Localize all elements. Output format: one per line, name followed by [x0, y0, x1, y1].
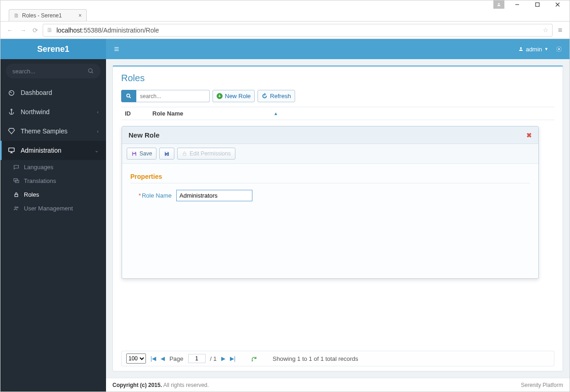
button-label: Save	[140, 150, 152, 157]
svg-line-25	[129, 97, 131, 98]
forward-button[interactable]: →	[18, 27, 28, 34]
page-size-select[interactable]: 100	[126, 353, 146, 364]
edit-permissions-button: Edit Permissions	[177, 148, 235, 160]
sidebar-menu: Dashboard Northwind ‹ Theme Samples ‹	[0, 83, 106, 160]
maximize-icon	[535, 2, 540, 7]
grid-header: ID Role Name ▲	[121, 107, 554, 120]
svg-rect-26	[133, 152, 135, 153]
tab-title: Roles - Serene1	[22, 12, 62, 19]
new-role-button[interactable]: + New Role	[212, 90, 255, 102]
submenu-item-translations[interactable]: Translations	[0, 174, 106, 188]
search-icon[interactable]	[88, 68, 94, 74]
browser-menu-button[interactable]: ≡	[555, 26, 565, 34]
pager-last-button[interactable]: ▶|	[230, 355, 235, 362]
submenu-label: Languages	[24, 164, 53, 171]
bookmark-icon[interactable]: ☆	[543, 27, 548, 33]
new-role-dialog: New Role ✖ Save	[122, 126, 539, 279]
grid-search-button[interactable]	[121, 90, 136, 102]
back-button[interactable]: ←	[5, 27, 15, 34]
minimize-button[interactable]	[507, 0, 527, 9]
column-role-name[interactable]: Role Name ▲	[149, 107, 282, 120]
pager-prev-button[interactable]: ◀	[161, 355, 165, 362]
pager-page-input[interactable]	[188, 354, 206, 363]
topbar: admin ▼	[106, 39, 570, 59]
maximize-button[interactable]	[527, 0, 548, 9]
dialog-toolbar: Save Edit Permissi	[122, 144, 538, 164]
comments-icon	[13, 178, 19, 184]
svg-rect-16	[15, 194, 18, 196]
sidebar-submenu: Languages Translations Roles User Manage…	[0, 160, 106, 215]
sidebar-search-input[interactable]	[12, 68, 78, 75]
refresh-icon	[262, 93, 268, 99]
chevron-left-icon: ‹	[97, 128, 99, 134]
button-label: Refresh	[270, 93, 291, 99]
dialog-close-button[interactable]: ✖	[526, 132, 532, 139]
close-window-button[interactable]	[548, 0, 568, 9]
svg-point-0	[498, 3, 499, 5]
caret-down-icon: ▼	[544, 47, 548, 51]
svg-rect-11	[9, 148, 14, 152]
sidebar-item-themes[interactable]: Theme Samples ‹	[0, 121, 106, 141]
sidebar-item-label: Theme Samples	[21, 127, 67, 135]
user-icon	[518, 46, 524, 52]
sidebar-item-label: Northwind	[21, 108, 50, 116]
copyright: Copyright (c) 2015. All rights reserved.	[112, 382, 209, 388]
button-label: Edit Permissions	[190, 150, 230, 157]
dialog-header: New Role ✖	[122, 127, 538, 144]
panel-title: Roles	[121, 73, 554, 83]
gears-icon	[556, 46, 562, 52]
sidebar-item-label: Dashboard	[21, 89, 52, 96]
sidebar: Serene1 Dashboard No	[0, 39, 106, 392]
url-text: localhost:55388/Administration/Role	[56, 27, 159, 34]
search-icon	[126, 93, 132, 99]
dashboard-icon	[8, 89, 15, 96]
diamond-icon	[8, 127, 15, 135]
panel-toolbar: + New Role Refresh	[121, 90, 554, 102]
svg-point-17	[15, 206, 16, 208]
pager-summary: Showing 1 to 1 of 1 total records	[273, 355, 358, 362]
pager-first-button[interactable]: |◀	[151, 355, 156, 362]
close-icon	[555, 2, 560, 7]
save-button[interactable]: Save	[127, 148, 156, 160]
address-bar[interactable]: 🗎 localhost:55388/Administration/Role ☆	[43, 24, 553, 37]
role-name-input[interactable]	[176, 190, 252, 201]
refresh-button[interactable]: Refresh	[257, 90, 295, 102]
anchor-icon	[8, 108, 15, 116]
pager-refresh-button[interactable]	[251, 356, 257, 362]
browser-toolbar: ← → ⟳ 🗎 localhost:55388/Administration/R…	[0, 22, 570, 39]
user-menu[interactable]: admin ▼	[518, 46, 548, 53]
grid-search-input[interactable]	[136, 90, 210, 102]
svg-point-9	[11, 109, 12, 110]
reload-button[interactable]: ⟳	[31, 27, 40, 34]
pager: 100 |◀ ◀ Page / 1 ▶ ▶| Showing 1 to	[121, 351, 554, 366]
disk-check-icon	[164, 151, 170, 157]
svg-point-18	[17, 206, 18, 208]
save-close-button[interactable]	[159, 148, 174, 160]
sidebar-item-dashboard[interactable]: Dashboard	[0, 83, 106, 102]
svg-rect-2	[536, 3, 539, 6]
properties-header: Properties	[130, 170, 530, 183]
chevron-left-icon: ‹	[97, 109, 99, 115]
os-titlebar	[0, 0, 570, 9]
comment-icon	[13, 164, 19, 170]
username: admin	[526, 46, 542, 53]
svg-rect-28	[166, 152, 168, 153]
submenu-item-languages[interactable]: Languages	[0, 160, 106, 174]
svg-rect-27	[133, 154, 135, 156]
os-user-badge	[493, 0, 504, 9]
browser-tab[interactable]: 🗎 Roles - Serene1 ×	[9, 9, 87, 21]
submenu-item-roles[interactable]: Roles	[0, 188, 106, 201]
sidebar-toggle-button[interactable]	[113, 46, 120, 52]
users-icon	[13, 205, 19, 211]
dialog-title: New Role	[129, 131, 160, 139]
submenu-label: Roles	[24, 191, 39, 198]
sidebar-item-label: Administration	[21, 147, 61, 154]
column-id[interactable]: ID	[121, 107, 149, 120]
pager-next-button[interactable]: ▶	[221, 355, 225, 362]
sidebar-item-northwind[interactable]: Northwind ‹	[0, 102, 106, 121]
sidebar-item-administration[interactable]: Administration ⌄	[0, 141, 106, 160]
pager-page-label: Page	[169, 355, 183, 362]
settings-button[interactable]	[556, 46, 562, 52]
submenu-item-users[interactable]: User Management	[0, 201, 106, 215]
tab-close-button[interactable]: ×	[78, 12, 82, 19]
